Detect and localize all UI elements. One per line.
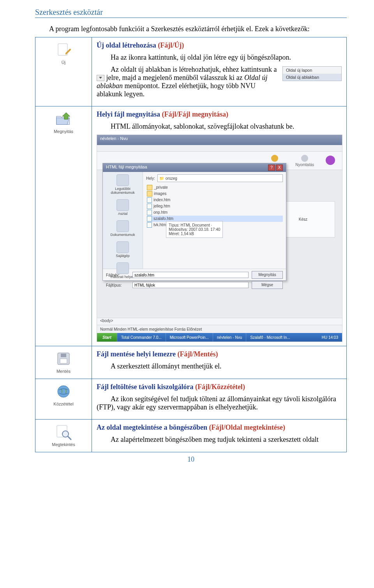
globe-icon bbox=[55, 383, 72, 400]
new-page-icon bbox=[55, 41, 72, 58]
table-row: Közzététel Fájl feltöltése távoli kiszol… bbox=[35, 379, 347, 420]
save-button[interactable]: Mentés bbox=[49, 350, 78, 374]
text: Az oldalt új ablakban is létrehozhatjuk,… bbox=[111, 66, 277, 73]
dropdown-arrow-icon[interactable] bbox=[97, 75, 104, 81]
desc-cell-save: Fájl mentése helyi lemezre (Fájl/Mentés)… bbox=[92, 346, 347, 379]
svg-rect-3 bbox=[61, 354, 66, 357]
location-label: Hely: bbox=[146, 176, 155, 181]
table-row: Megtekintés Az oldal megtekintése a böng… bbox=[35, 420, 347, 452]
place-label: Dokumentumok bbox=[110, 233, 135, 237]
list-item[interactable]: images bbox=[147, 191, 283, 197]
menubar[interactable] bbox=[97, 145, 342, 152]
list-item[interactable]: index.htm bbox=[147, 197, 283, 203]
icon-cell-publish: Közzététel bbox=[35, 379, 92, 420]
icon-cell-open: Megnyitás bbox=[35, 106, 92, 346]
taskbar-item[interactable]: Total Commander 7.0... bbox=[117, 333, 166, 342]
svg-point-4 bbox=[58, 386, 69, 397]
desc-cell-open: Helyi fájl megnyitása (Fájl/Fájl megnyit… bbox=[92, 106, 347, 346]
dropdown-menu[interactable]: Oldal új lapon Oldal új ablakban bbox=[282, 66, 342, 81]
taskbar[interactable]: Start Total Commander 7.0... Microsoft P… bbox=[97, 333, 342, 342]
row-paragraph: Az alapértelmezett böngészőben meg tudju… bbox=[97, 436, 342, 444]
place-label: Sajátgép bbox=[116, 254, 130, 258]
icon-cell-new: Új bbox=[35, 37, 92, 106]
intro-paragraph: A program legfontosabb funkcióit a Szerk… bbox=[35, 25, 347, 33]
row-paragraph: Az ikon segítségével fel tudjuk tölteni … bbox=[97, 395, 342, 411]
start-button[interactable]: Start bbox=[97, 333, 117, 342]
place-recent[interactable]: Legutóbbi dokumentumok bbox=[105, 174, 140, 195]
tag-path: <body> bbox=[97, 318, 342, 325]
toolbar-print[interactable]: Nyomtatás bbox=[295, 155, 314, 167]
open-file-button[interactable]: Megnyitás bbox=[252, 271, 283, 279]
taskbar-clock: HU 14:03 bbox=[318, 335, 342, 340]
row-title: Új oldal létrehozása bbox=[97, 41, 158, 49]
list-item[interactable]: jelleg.htm bbox=[147, 203, 283, 209]
filetype-field[interactable] bbox=[132, 282, 249, 288]
taskbar-item[interactable]: Szalafő - Microsoft In... bbox=[246, 333, 294, 342]
filetype-label: Fájltípus: bbox=[106, 283, 129, 287]
help-icon[interactable]: ? bbox=[268, 165, 275, 171]
open-button[interactable]: Megnyitás bbox=[49, 110, 78, 134]
list-item[interactable]: _private bbox=[147, 184, 283, 191]
table-row: Új Új oldal létrehozása (Fájl/Új) Ha az … bbox=[35, 37, 347, 106]
places-sidebar: Legutóbbi dokumentumok Asztal Dokumentum… bbox=[103, 172, 143, 269]
cancel-button[interactable]: Mégse bbox=[252, 281, 283, 289]
view-tabs[interactable]: Normál Minden HTML-elem megjelenítése Fo… bbox=[97, 325, 342, 333]
svg-rect-2 bbox=[60, 359, 67, 363]
desc-cell-preview: Az oldal megtekintése a böngészőben (Fáj… bbox=[92, 420, 347, 452]
window-controls[interactable]: ?X bbox=[267, 165, 283, 171]
icon-cell-preview: Megtekintés bbox=[35, 420, 92, 452]
icon-label: Megnyitás bbox=[54, 129, 73, 134]
panel-label: Kész bbox=[299, 217, 307, 221]
row-title-shortcut: (Fájl/Új) bbox=[158, 41, 184, 49]
place-mycomputer[interactable]: Sajátgép bbox=[116, 241, 130, 258]
page-title: Szerkesztés eszköztár bbox=[35, 8, 347, 18]
row-title-shortcut: (Fájl/Oldal megtekintése) bbox=[209, 423, 285, 431]
place-documents[interactable]: Dokumentumok bbox=[110, 220, 135, 237]
row-title-shortcut: (Fájl/Fájl megnyitása) bbox=[162, 110, 228, 118]
open-file-icon bbox=[55, 110, 72, 128]
table-row: Mentés Fájl mentése helyi lemezre (Fájl/… bbox=[35, 346, 347, 379]
row-title-shortcut: (Fájl/Mentés) bbox=[178, 350, 218, 358]
icon-label: Mentés bbox=[56, 369, 71, 374]
icon-label: Közzététel bbox=[53, 402, 73, 406]
taskbar-item[interactable]: névtelen - Nvu bbox=[213, 333, 246, 342]
menu-item[interactable]: Oldal új lapon bbox=[283, 67, 341, 74]
tooltip: Típus: HTML Document · Módosítva: 2007.0… bbox=[166, 221, 223, 238]
list-item[interactable]: onp.htm bbox=[147, 209, 283, 216]
taskbar-item[interactable]: Microsoft PowerPoin... bbox=[166, 333, 213, 342]
row-title-shortcut: (Fájl/Közzététel) bbox=[195, 383, 245, 391]
close-icon[interactable]: X bbox=[276, 165, 283, 171]
location-value: orszeg bbox=[166, 176, 177, 181]
toolbar-purple-icon[interactable] bbox=[326, 156, 335, 166]
magnifier-icon bbox=[55, 423, 72, 441]
tooltip-line: Méret: 1,54 kB bbox=[169, 232, 220, 236]
filename-field[interactable] bbox=[132, 272, 249, 278]
preview-button[interactable]: Megtekintés bbox=[49, 423, 78, 447]
folder-icon: 📁 bbox=[159, 176, 164, 181]
screenshot: névtelen - Nvu Helyesírás Nyomtatás bbox=[97, 135, 342, 342]
page-number: 10 bbox=[35, 455, 347, 464]
desc-cell-publish: Fájl feltöltése távoli kiszolgálóra (Fáj… bbox=[92, 379, 347, 420]
row-paragraph: Ha az ikonra kattintunk, új oldal jön lé… bbox=[97, 53, 342, 62]
icon-label: Megtekintés bbox=[52, 442, 75, 447]
new-button[interactable]: Új bbox=[49, 41, 78, 65]
row-paragraph: A szerkesztett állományt menthetjük el. bbox=[97, 362, 342, 370]
tooltip-line: Módosítva: 2007.03.18. 17:40 bbox=[169, 227, 220, 232]
window-title: névtelen - Nvu bbox=[97, 135, 342, 145]
save-icon bbox=[55, 350, 72, 367]
svg-line-7 bbox=[68, 436, 71, 439]
filename-label: Fájlnév: bbox=[106, 273, 129, 277]
row-paragraph: HTML állományokat, sablonokat, szövegfáj… bbox=[97, 122, 342, 131]
table-row: Megnyitás Helyi fájl megnyitása (Fájl/Fá… bbox=[35, 106, 347, 346]
publish-button[interactable]: Közzététel bbox=[49, 383, 78, 406]
place-desktop[interactable]: Asztal bbox=[116, 199, 129, 216]
menu-item[interactable]: Oldal új ablakban bbox=[283, 74, 341, 81]
feature-table: Új Új oldal létrehozása (Fájl/Új) Ha az … bbox=[35, 37, 347, 452]
toolbar-label: Nyomtatás bbox=[295, 163, 314, 167]
row-title: Fájl mentése helyi lemezre bbox=[97, 350, 178, 358]
row-title: Az oldal megtekintése a böngészőben bbox=[97, 423, 209, 431]
tooltip-line: Típus: HTML Document · bbox=[169, 223, 220, 227]
text: jelre, majd a megjelenő menüből válasszu… bbox=[106, 74, 244, 81]
row-title: Helyi fájl megnyitása bbox=[97, 110, 162, 118]
location-select[interactable]: 📁 orszeg bbox=[157, 174, 283, 182]
